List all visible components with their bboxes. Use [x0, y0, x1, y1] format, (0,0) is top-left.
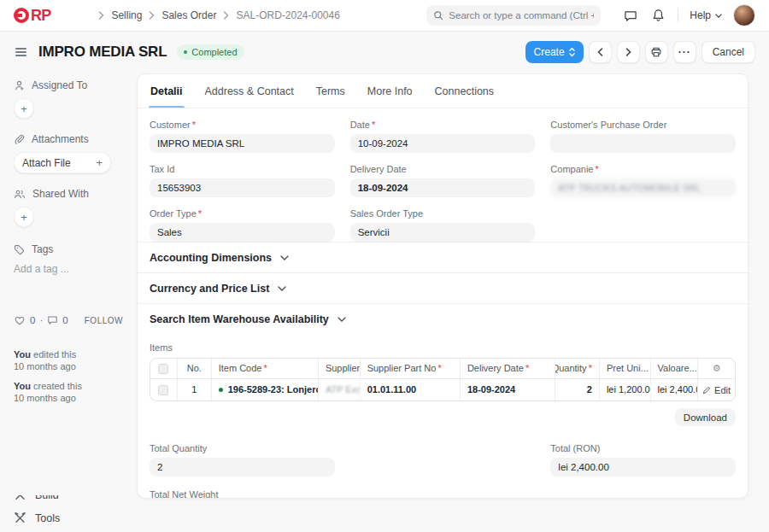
- form-tabs: Detalii Address & Contact Terms More Inf…: [138, 74, 748, 108]
- field-delivery-date: Delivery Date 18-09-2024: [350, 164, 536, 197]
- tools-icon: [14, 512, 26, 524]
- purchase-order-input[interactable]: [550, 134, 736, 153]
- comment-icon[interactable]: [47, 315, 58, 325]
- sidebar-item-build[interactable]: Build: [14, 488, 60, 501]
- search-input[interactable]: [449, 10, 594, 20]
- companie-input[interactable]: ATP TRUCKS AUTOMOBILE SRL: [550, 178, 736, 197]
- supplier-cell[interactable]: ATP Exo...: [319, 379, 361, 400]
- page: IMPRO MEDIA SRL Completed Create ···: [0, 32, 769, 532]
- print-button[interactable]: [645, 41, 668, 63]
- customer-input[interactable]: IMPRO MEDIA SRL: [150, 134, 335, 153]
- stock-indicator-dot: [219, 388, 223, 392]
- breadcrumb-selling[interactable]: Selling: [111, 9, 142, 21]
- col-delivery-date: Delivery Date*: [461, 359, 555, 378]
- download-button[interactable]: Download: [675, 408, 736, 426]
- chat-button[interactable]: [622, 8, 639, 24]
- add-tag-input[interactable]: Add a tag ...: [14, 263, 123, 275]
- col-no: No.: [178, 359, 212, 378]
- printer-icon: [650, 46, 662, 58]
- order-type-input[interactable]: Sales: [150, 223, 335, 242]
- tags-section: Tags: [14, 243, 123, 255]
- cancel-button[interactable]: Cancel: [701, 41, 755, 63]
- attach-file-button[interactable]: Attach File +: [14, 152, 111, 173]
- item-row-1: 1 196-5289-23: Lonjeror ATP Exo... 01.01…: [150, 379, 735, 400]
- prev-document-button[interactable]: [589, 41, 612, 63]
- logo-text: RP: [31, 7, 50, 25]
- follow-button[interactable]: FOLLOW: [85, 316, 123, 325]
- field-customer: Customer* IMPRO MEDIA SRL: [150, 120, 335, 153]
- total-ron-input[interactable]: lei 2,400.00: [550, 458, 736, 476]
- total-quantity-input[interactable]: 2: [150, 458, 335, 476]
- tab-connections[interactable]: Connections: [435, 74, 495, 108]
- field-companie: Companie* ATP TRUCKS AUTOMOBILE SRL: [550, 164, 736, 197]
- sidebar-toggle-icon[interactable]: [14, 46, 28, 58]
- amount-cell[interactable]: lei 2,400.00: [651, 379, 699, 400]
- topbar-divider: [678, 9, 678, 22]
- users-icon: [14, 189, 26, 200]
- like-count: 0: [30, 315, 35, 325]
- grid-settings-icon[interactable]: ⚙: [713, 359, 721, 378]
- next-document-button[interactable]: [617, 41, 640, 63]
- items-grid-label: Items: [150, 342, 736, 353]
- status-badge: Completed: [177, 44, 244, 60]
- document-form-card: Detalii Address & Contact Terms More Inf…: [137, 73, 748, 499]
- shared-with-section: Shared With: [14, 188, 123, 200]
- breadcrumb-sales-order[interactable]: Sales Order: [161, 9, 216, 21]
- tab-detalii[interactable]: Detalii: [150, 74, 183, 108]
- sales-order-type-input[interactable]: Servicii: [350, 223, 536, 242]
- more-options-button[interactable]: ···: [673, 41, 696, 63]
- chevron-left-icon: [597, 48, 603, 56]
- pencil-icon: [702, 386, 711, 395]
- supplier-part-no-cell[interactable]: 01.01.11.00: [361, 379, 461, 400]
- title-bar: IMPRO MEDIA SRL Completed Create ···: [0, 32, 769, 73]
- attachments-section: Attachments: [14, 133, 123, 145]
- delivery-date-input[interactable]: 18-09-2024: [350, 178, 536, 197]
- select-all-checkbox[interactable]: [158, 364, 168, 374]
- chevron-right-icon: [98, 11, 104, 20]
- tags-label: Tags: [32, 243, 53, 255]
- section-accounting-dimensions[interactable]: Accounting Dimensions: [138, 242, 748, 272]
- items-table: No. Item Code* Supplier* Supplier Part N…: [150, 358, 736, 401]
- plus-icon: +: [96, 156, 103, 169]
- app-logo[interactable]: RP: [14, 7, 50, 25]
- notifications-button[interactable]: [650, 7, 666, 24]
- quantity-cell[interactable]: 2: [555, 379, 600, 400]
- field-order-type: Order Type* Sales: [150, 208, 335, 242]
- edit-row-button[interactable]: Edit: [702, 385, 731, 395]
- heart-icon[interactable]: [14, 315, 26, 325]
- paperclip-icon: [14, 133, 25, 145]
- document-sidebar: Assigned To + Attachments Attach File + …: [0, 73, 137, 404]
- status-label: Completed: [191, 47, 237, 57]
- tab-more-info[interactable]: More Info: [367, 74, 413, 108]
- comment-count: 0: [62, 315, 68, 325]
- col-supplier-part-no: Supplier Part No*: [361, 359, 461, 378]
- sidebar-item-tools[interactable]: Tools: [14, 512, 60, 524]
- col-supplier: Supplier*: [319, 359, 361, 378]
- item-code-cell[interactable]: 196-5289-23: Lonjeror: [212, 379, 319, 400]
- tab-terms[interactable]: Terms: [316, 74, 345, 108]
- chevron-right-icon: [223, 11, 229, 20]
- section-currency-price-list[interactable]: Currency and Price List: [138, 272, 748, 303]
- delivery-date-cell[interactable]: 18-09-2024: [461, 379, 555, 400]
- create-button[interactable]: Create: [525, 41, 584, 63]
- add-assignment-button[interactable]: +: [14, 98, 34, 119]
- section-warehouse-availability[interactable]: Search Item Warehouse Availability: [138, 303, 748, 334]
- search-icon: [433, 10, 443, 20]
- row-index: 1: [178, 379, 212, 400]
- help-menu[interactable]: Help: [690, 9, 722, 21]
- col-pret-unitar: Pret Uni...: [600, 359, 651, 378]
- add-share-button[interactable]: +: [14, 207, 34, 227]
- created-history-item: You created this 10 months ago: [14, 380, 123, 404]
- rate-cell[interactable]: lei 1,200.00: [600, 379, 651, 400]
- col-item-code: Item Code*: [212, 359, 319, 378]
- edited-history-item: You edited this 10 months ago: [14, 348, 123, 372]
- tab-address-contact[interactable]: Address & Contact: [205, 74, 294, 108]
- user-avatar[interactable]: [733, 4, 755, 26]
- date-input[interactable]: 10-09-2024: [350, 134, 536, 153]
- tax-id-input[interactable]: 15653903: [150, 178, 335, 197]
- global-search[interactable]: [426, 5, 601, 26]
- build-icon: [14, 488, 26, 501]
- row-checkbox[interactable]: [158, 385, 168, 395]
- chevron-down-icon: [338, 317, 346, 322]
- attachments-label: Attachments: [32, 133, 89, 145]
